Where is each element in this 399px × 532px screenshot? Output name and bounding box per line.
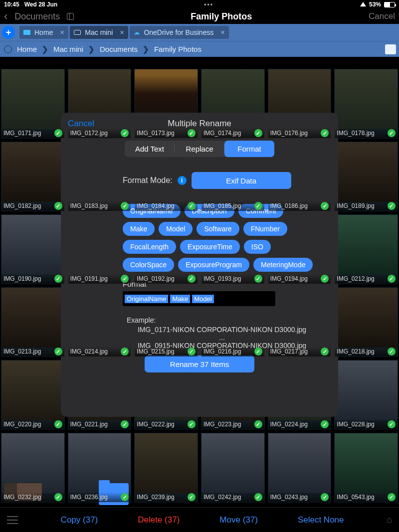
format-mode-button[interactable]: Exif Data bbox=[192, 172, 291, 189]
check-icon[interactable]: ✓ bbox=[121, 202, 129, 210]
modal-title: Multiple Rename bbox=[108, 119, 291, 129]
check-icon[interactable]: ✓ bbox=[188, 275, 196, 283]
check-icon[interactable]: ✓ bbox=[321, 202, 329, 210]
check-icon[interactable]: ✓ bbox=[388, 129, 396, 137]
check-icon[interactable]: ✓ bbox=[54, 202, 62, 210]
chip-focallength[interactable]: FocalLength bbox=[123, 240, 176, 254]
file-name: IMG_0212.jpg bbox=[337, 275, 374, 282]
crumb-documents[interactable]: Documents bbox=[100, 45, 138, 53]
display-icon[interactable] bbox=[385, 44, 396, 54]
tab-home[interactable]: Home ✕ bbox=[19, 26, 68, 39]
crumb-mac-mini[interactable]: Mac mini bbox=[53, 45, 83, 53]
check-icon[interactable]: ✓ bbox=[188, 420, 196, 428]
check-icon[interactable]: ✓ bbox=[388, 493, 396, 501]
sidebar-toggle-icon[interactable] bbox=[67, 13, 74, 20]
check-icon[interactable]: ✓ bbox=[321, 129, 329, 137]
check-icon[interactable]: ✓ bbox=[54, 275, 62, 283]
segment-replace[interactable]: Replace bbox=[175, 141, 224, 157]
move-button[interactable]: Move (37) bbox=[219, 515, 258, 525]
add-tab-button[interactable]: + bbox=[2, 26, 15, 39]
check-icon[interactable]: ✓ bbox=[254, 493, 262, 501]
cancel-button[interactable]: Cancel bbox=[369, 11, 395, 21]
copy-button[interactable]: Copy (37) bbox=[61, 515, 98, 525]
token-originalname[interactable]: OriginalName bbox=[125, 295, 168, 303]
info-icon[interactable]: i bbox=[178, 176, 187, 185]
check-icon[interactable]: ✓ bbox=[254, 275, 262, 283]
check-icon[interactable]: ✓ bbox=[121, 420, 129, 428]
close-icon[interactable]: ✕ bbox=[220, 29, 225, 36]
file-name: IMG_0213.jpg bbox=[3, 348, 41, 355]
check-icon[interactable]: ✓ bbox=[188, 493, 196, 501]
check-icon[interactable]: ✓ bbox=[121, 493, 129, 501]
chip-colorspace[interactable]: ColorSpace bbox=[123, 258, 174, 272]
check-icon[interactable]: ✓ bbox=[254, 348, 262, 355]
file-name: IMG_0193.jpg bbox=[203, 275, 241, 282]
file-name: IMG_0171.jpg bbox=[3, 130, 41, 137]
chip-fnumber[interactable]: FNumber bbox=[243, 222, 287, 236]
handoff-dots: ••• bbox=[57, 1, 360, 8]
page-title: Family Photos bbox=[191, 11, 252, 22]
segment-add-text[interactable]: Add Text bbox=[125, 141, 175, 157]
battery-icon bbox=[384, 2, 395, 7]
menu-icon[interactable] bbox=[7, 516, 18, 524]
check-icon[interactable]: ✓ bbox=[254, 129, 262, 137]
close-icon[interactable]: ✕ bbox=[60, 29, 64, 36]
close-icon[interactable]: ✕ bbox=[120, 29, 124, 36]
check-icon[interactable]: ✓ bbox=[54, 420, 62, 428]
check-icon[interactable]: ✓ bbox=[388, 275, 396, 283]
file-name: IMG_0215.jpg bbox=[137, 348, 174, 355]
check-icon[interactable]: ✓ bbox=[121, 129, 129, 137]
file-name: IMG_0194.jpg bbox=[270, 275, 308, 282]
check-icon[interactable]: ✓ bbox=[321, 348, 329, 355]
chip-iso[interactable]: ISO bbox=[244, 240, 271, 254]
format-input[interactable]: OriginalName Make Model bbox=[123, 291, 275, 306]
home-icon[interactable]: ⌂ bbox=[387, 515, 392, 525]
check-icon[interactable]: ✓ bbox=[321, 420, 329, 428]
token-make[interactable]: Make bbox=[170, 295, 190, 303]
chip-model[interactable]: Model bbox=[159, 222, 193, 236]
format-chips: OriginalNameDescriptionCommentMakeModelS… bbox=[123, 204, 317, 272]
check-icon[interactable]: ✓ bbox=[188, 129, 196, 137]
check-icon[interactable]: ✓ bbox=[321, 493, 329, 501]
file-name: IMG_0214.jpg bbox=[70, 348, 108, 355]
check-icon[interactable]: ✓ bbox=[121, 348, 129, 355]
check-icon[interactable]: ✓ bbox=[388, 202, 396, 210]
check-icon[interactable]: ✓ bbox=[121, 275, 129, 283]
check-icon[interactable]: ✓ bbox=[321, 275, 329, 283]
history-icon[interactable] bbox=[4, 45, 12, 53]
check-icon[interactable]: ✓ bbox=[188, 348, 196, 355]
check-icon[interactable]: ✓ bbox=[188, 202, 196, 210]
chevron-right-icon: ❯ bbox=[88, 45, 95, 54]
check-icon[interactable]: ✓ bbox=[254, 420, 262, 428]
folder-icon bbox=[23, 30, 30, 35]
check-icon[interactable]: ✓ bbox=[54, 129, 62, 137]
tab-mac-mini[interactable]: Mac mini ✕ bbox=[70, 26, 128, 39]
check-icon[interactable]: ✓ bbox=[388, 420, 396, 428]
tab-onedrive[interactable]: ☁ OneDrive for Business ✕ bbox=[130, 26, 229, 39]
example-label: Example: bbox=[127, 316, 331, 324]
rename-button[interactable]: Rename 37 Items bbox=[145, 355, 254, 372]
crumb-home[interactable]: Home bbox=[17, 45, 37, 53]
check-icon[interactable]: ✓ bbox=[388, 348, 396, 355]
chip-exposureprogram[interactable]: ExposureProgram bbox=[178, 258, 249, 272]
check-icon[interactable]: ✓ bbox=[254, 202, 262, 210]
chip-exposuretime[interactable]: ExposureTime bbox=[180, 240, 240, 254]
back-label[interactable]: Documents bbox=[14, 11, 60, 22]
chip-software[interactable]: Software bbox=[197, 222, 239, 236]
chip-make[interactable]: Make bbox=[123, 222, 155, 236]
select-none-button[interactable]: Select None bbox=[298, 515, 344, 525]
back-chevron-icon[interactable]: ‹ bbox=[4, 10, 7, 23]
check-icon[interactable]: ✓ bbox=[54, 348, 62, 355]
token-model[interactable]: Model bbox=[192, 295, 213, 303]
chevron-right-icon: ❯ bbox=[143, 45, 149, 54]
rename-modal: Cancel Multiple Rename Add Text Replace … bbox=[61, 113, 338, 417]
modal-cancel-button[interactable]: Cancel bbox=[68, 119, 108, 129]
check-icon[interactable]: ✓ bbox=[54, 493, 62, 501]
chip-meteringmode[interactable]: MeteringMode bbox=[253, 258, 313, 272]
file-name: IMG_0183.jpg bbox=[70, 202, 108, 209]
segment-format[interactable]: Format bbox=[224, 141, 274, 157]
crumb-family-photos[interactable]: Family Photos bbox=[154, 45, 201, 53]
delete-button[interactable]: Delete (37) bbox=[138, 515, 180, 525]
mode-segmented-control[interactable]: Add Text Replace Format bbox=[125, 141, 274, 157]
footer-bar: Copy (37) Delete (37) Move (37) Select N… bbox=[0, 507, 399, 532]
